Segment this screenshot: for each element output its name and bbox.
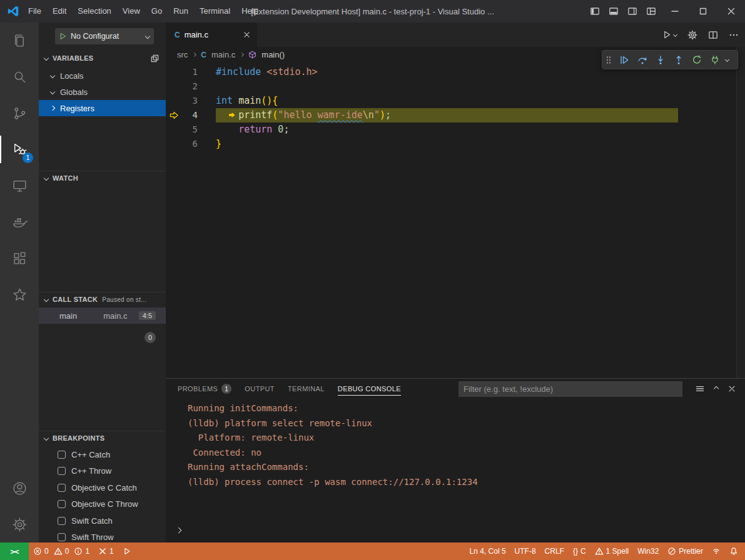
close-button[interactable] <box>717 0 745 22</box>
panel-tab-debug-console[interactable]: DEBUG CONSOLE <box>338 379 401 399</box>
step-into-button[interactable] <box>652 52 669 68</box>
more-actions-button[interactable] <box>729 30 739 40</box>
continue-button[interactable] <box>616 52 632 68</box>
step-over-button[interactable] <box>634 52 651 68</box>
language-status[interactable]: {} C <box>569 542 590 560</box>
toggle-sidebar-icon[interactable] <box>585 0 604 22</box>
breakpoint-checkbox[interactable] <box>58 467 66 475</box>
problems-status[interactable]: 0 0 1 <box>29 542 94 560</box>
disconnect-button[interactable] <box>707 52 723 68</box>
breakpoint-checkbox[interactable] <box>58 500 66 508</box>
breakpoint-checkbox[interactable] <box>58 451 66 459</box>
code-line[interactable]: 3 int main(){ <box>166 94 745 108</box>
panel-tab-output[interactable]: OUTPUT <box>245 379 275 399</box>
breakpoint-checkbox[interactable] <box>58 533 66 541</box>
menu-item-go[interactable]: Go <box>146 0 168 22</box>
activity-extensions[interactable] <box>0 240 39 276</box>
code-line[interactable]: 6 } <box>166 137 745 151</box>
close-panel-icon[interactable] <box>727 384 736 393</box>
breakpoint-gutter[interactable] <box>166 79 183 94</box>
activity-explorer[interactable] <box>0 22 39 59</box>
chevron-down-icon[interactable] <box>725 58 729 62</box>
remote-indicator[interactable]: >< <box>0 542 29 560</box>
customize-layout-icon[interactable] <box>642 0 661 22</box>
breakpoint-row[interactable]: C++ Catch <box>39 446 166 462</box>
formatter-status[interactable]: Prettier <box>663 542 707 560</box>
breakpoint-row[interactable]: Objective C Catch <box>39 479 166 496</box>
console-filter-input[interactable] <box>459 381 682 397</box>
tab-actions <box>662 22 739 47</box>
editor-tab-main-c[interactable]: C main.c <box>166 22 257 47</box>
platform-status[interactable]: Win32 <box>633 542 663 560</box>
step-out-button[interactable] <box>671 52 687 68</box>
variables-item-registers[interactable]: Registers <box>39 100 166 116</box>
run-file-button[interactable] <box>662 30 677 39</box>
menu-item-view[interactable]: View <box>117 0 146 22</box>
eol-status[interactable]: CRLF <box>540 542 569 560</box>
drag-handle-icon[interactable] <box>606 55 614 65</box>
output-actions-icon[interactable] <box>695 384 705 394</box>
breakpoint-row[interactable]: Swift Throw <box>39 529 166 542</box>
breakpoint-gutter[interactable] <box>166 122 183 137</box>
restart-button[interactable] <box>689 52 705 68</box>
console-input-prompt[interactable] <box>176 522 181 538</box>
code-line[interactable]: 5 return 0; <box>166 122 745 137</box>
activity-settings[interactable] <box>0 506 39 542</box>
minimize-button[interactable] <box>661 0 689 22</box>
breakpoint-checkbox[interactable] <box>58 517 66 525</box>
toggle-secondary-sidebar-icon[interactable] <box>623 0 642 22</box>
breakpoint-checkbox[interactable] <box>58 484 66 492</box>
menu-item-terminal[interactable]: Terminal <box>194 0 236 22</box>
activity-remote-explorer[interactable] <box>0 168 39 204</box>
split-editor-button[interactable] <box>708 30 718 40</box>
breakpoint-row[interactable]: Objective C Throw <box>39 496 166 512</box>
activity-source-control[interactable] <box>0 95 39 131</box>
variables-section-header[interactable]: VARIABLES <box>39 51 166 65</box>
activity-search[interactable] <box>0 59 39 95</box>
activity-docker[interactable] <box>0 204 39 240</box>
watch-section-header[interactable]: WATCH <box>39 171 166 185</box>
maximize-panel-icon[interactable] <box>714 386 719 391</box>
breadcrumb-symbol[interactable]: main() <box>261 50 285 59</box>
maximize-button[interactable] <box>689 0 717 22</box>
breakpoint-gutter[interactable] <box>166 94 183 108</box>
collapse-all-icon[interactable] <box>150 54 160 63</box>
menu-item-run[interactable]: Run <box>168 0 194 22</box>
console-line: Running initCommands: <box>166 401 745 416</box>
breakpoint-row[interactable]: C++ Throw <box>39 462 166 479</box>
menu-item-selection[interactable]: Selection <box>72 0 116 22</box>
panel-tab-problems[interactable]: PROBLEMS 1 <box>178 379 231 399</box>
line-col-status[interactable]: Ln 4, Col 5 <box>465 542 510 560</box>
panel-tab-terminal[interactable]: TERMINAL <box>288 379 325 399</box>
callstack-frame-row[interactable]: main main.c 4:5 <box>39 308 166 324</box>
activity-run-and-debug[interactable]: 1 <box>0 131 39 168</box>
activity-bar-bottom <box>0 470 39 542</box>
variables-item-locals[interactable]: Locals <box>39 68 166 84</box>
run-config-dropdown[interactable]: No Configurat <box>55 28 154 44</box>
breakpoints-section-header[interactable]: BREAKPOINTS <box>39 431 166 445</box>
breakpoint-gutter[interactable] <box>166 137 183 151</box>
toggle-panel-icon[interactable] <box>604 0 623 22</box>
spell-status[interactable]: 1 Spell <box>590 542 634 560</box>
breakpoint-gutter[interactable] <box>166 108 183 122</box>
console-line: Running attachCommands: <box>166 460 745 475</box>
encoding-status[interactable]: UTF-8 <box>510 542 540 560</box>
breakpoint-row[interactable]: Swift Catch <box>39 512 166 529</box>
breadcrumb-folder[interactable]: src <box>177 50 188 59</box>
activity-account[interactable] <box>0 470 39 506</box>
code-line-current[interactable]: 4 printf("hello wamr-ide\n"); <box>166 108 745 122</box>
tools-status[interactable]: 1 <box>94 542 118 560</box>
breakpoint-gutter[interactable] <box>166 65 183 79</box>
menu-item-edit[interactable]: Edit <box>47 0 72 22</box>
code-line[interactable]: 2 <box>166 79 745 94</box>
callstack-section-header[interactable]: CALL STACK Paused on st... <box>39 292 166 306</box>
notifications-status[interactable] <box>725 542 742 560</box>
broadcast-status[interactable] <box>707 542 725 560</box>
tab-close-icon[interactable] <box>243 31 251 39</box>
breadcrumb-file[interactable]: main.c <box>211 50 235 59</box>
debug-status[interactable] <box>118 542 136 560</box>
activity-favorites[interactable] <box>0 276 39 312</box>
variables-item-globals[interactable]: Globals <box>39 84 166 100</box>
menu-item-file[interactable]: File <box>23 0 47 22</box>
settings-gear-button[interactable] <box>687 30 697 40</box>
